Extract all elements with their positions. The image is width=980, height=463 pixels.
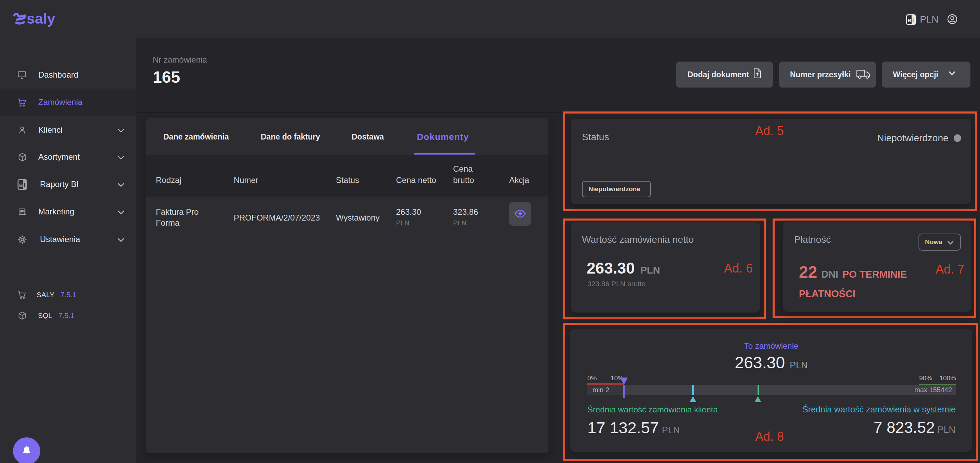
svg-text:saly: saly xyxy=(27,10,56,27)
svg-text:B: B xyxy=(19,182,23,188)
svg-text:B: B xyxy=(908,18,912,23)
svg-text:i: i xyxy=(24,182,25,188)
svg-text:i: i xyxy=(912,18,914,23)
